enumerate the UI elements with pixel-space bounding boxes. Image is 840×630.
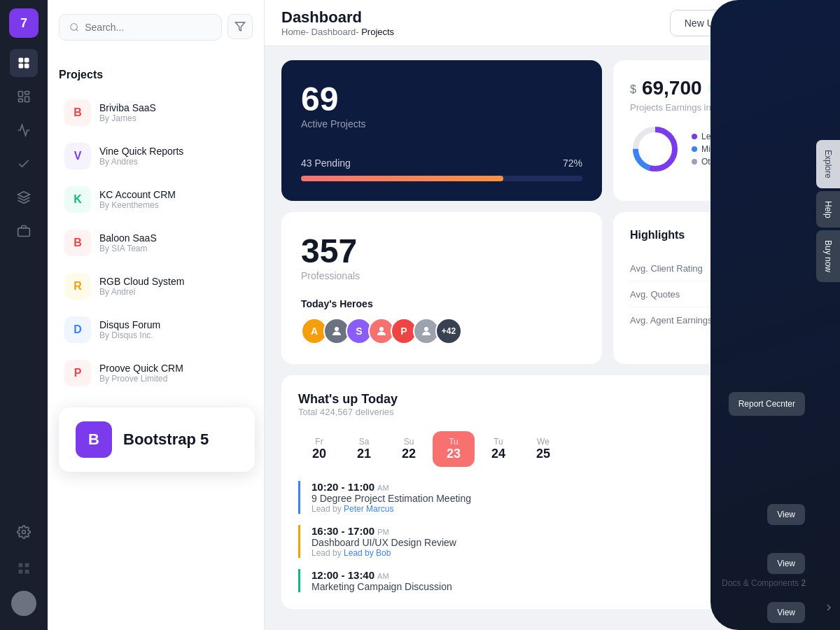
bootstrap-icon: B: [76, 421, 112, 458]
project-author: By Andrei: [99, 287, 184, 297]
heroes-more[interactable]: +42: [435, 318, 462, 344]
event-1-person[interactable]: Peter Marcus: [344, 504, 393, 514]
sidebar-item-settings[interactable]: [10, 518, 38, 546]
event-3-time: 12:00 - 13:40: [312, 569, 374, 581]
sidebar-item-grid[interactable]: [10, 49, 38, 77]
sidebar-item-dashboard[interactable]: [10, 83, 38, 111]
svg-rect-3: [24, 64, 29, 69]
breadcrumb-active: Projects: [361, 27, 394, 37]
project-author: By Keenthemes: [99, 200, 176, 210]
svg-point-15: [71, 24, 78, 31]
svg-rect-6: [25, 97, 29, 102]
svg-rect-12: [25, 564, 29, 568]
svg-rect-1: [24, 58, 29, 63]
earnings-amount: 69,700: [642, 77, 702, 99]
professionals-label: Professionals: [301, 270, 582, 281]
svg-marker-8: [18, 192, 30, 197]
buy-now-tab[interactable]: Buy now: [816, 230, 840, 282]
sidebar-nav: 7: [0, 0, 48, 630]
view-button-1[interactable]: View: [767, 504, 805, 525]
highlight-label-2: Avg. Quotes: [630, 289, 680, 300]
project-author: By Proove Limited: [99, 374, 183, 384]
active-projects-card: 69 Active Projects 43 Pending 72%: [281, 60, 602, 201]
day-wed-25[interactable]: We25: [522, 431, 564, 467]
project-item[interactable]: K KC Account CRM By Keenthemes: [59, 179, 253, 220]
day-sat-21[interactable]: Sa21: [343, 431, 385, 467]
active-projects-label: Active Projects: [301, 118, 582, 130]
professionals-card: 357 Professionals Today's Heroes A S P: [281, 212, 602, 364]
day-sun-22[interactable]: Su22: [388, 431, 430, 467]
chevron-right-icon: [823, 602, 834, 613]
heroes-title: Today's Heroes: [301, 298, 582, 309]
sidebar-item-grid2[interactable]: [10, 554, 38, 582]
avatar-person-icon: [330, 325, 343, 337]
event-2-time: 16:30 - 17:00: [312, 525, 374, 537]
sidebar-item-check[interactable]: [10, 150, 38, 178]
progress-bar: [301, 176, 582, 181]
svg-rect-14: [25, 570, 29, 574]
project-author: By SIA Team: [99, 244, 157, 253]
project-author: By Disqus Inc.: [99, 330, 160, 340]
view-button-2[interactable]: View: [767, 553, 805, 574]
svg-rect-7: [19, 99, 23, 102]
svg-point-23: [424, 327, 428, 331]
svg-rect-9: [18, 228, 30, 237]
explore-tab[interactable]: Explore: [816, 140, 840, 188]
avatar-person-icon2: [375, 325, 388, 337]
search-input[interactable]: [85, 22, 211, 33]
project-info: Vine Quick Reports By Andres: [99, 146, 183, 167]
help-tab[interactable]: Help: [816, 191, 840, 228]
event-3-ampm: AM: [377, 572, 389, 580]
projects-panel: Projects B Briviba SaaS By James V Vine …: [48, 0, 265, 630]
project-info: Proove Quick CRM By Proove Limited: [99, 363, 183, 384]
project-info: RGB Cloud System By Andrei: [99, 276, 184, 297]
highlight-label-3: Avg. Agent Earnings: [630, 315, 713, 326]
project-item[interactable]: D Disqus Forum By Disqus Inc.: [59, 309, 253, 350]
project-item[interactable]: P Proove Quick CRM By Proove Limited: [59, 353, 253, 393]
svg-rect-11: [19, 564, 23, 568]
project-item[interactable]: B Briviba SaaS By James: [59, 92, 253, 133]
professionals-count: 357: [301, 232, 582, 270]
search-icon: [69, 22, 79, 33]
progress-fill: [301, 176, 503, 181]
breadcrumb: Dashboard Home- Dashboard- Projects: [281, 8, 394, 37]
project-info: KC Account CRM By Keenthemes: [99, 189, 176, 210]
day-tue-24[interactable]: Tu24: [477, 431, 519, 467]
progress-pct: 72%: [563, 158, 582, 169]
user-avatar-number[interactable]: 7: [9, 8, 38, 38]
sidebar-item-briefcase[interactable]: [10, 217, 38, 245]
project-name: Proove Quick CRM: [99, 363, 183, 374]
sidebar-item-chart[interactable]: [10, 116, 38, 144]
project-icon: K: [64, 186, 91, 213]
project-item[interactable]: R RGB Cloud System By Andrei: [59, 266, 253, 307]
projects-list: B Briviba SaaS By James V Vine Quick Rep…: [59, 92, 253, 393]
bottom-user-avatar[interactable]: [11, 591, 36, 616]
filter-button[interactable]: [227, 14, 253, 39]
donut-chart: [630, 124, 680, 174]
bootstrap-popup: B Bootstrap 5: [59, 407, 255, 472]
project-icon: V: [64, 143, 91, 169]
report-center-button[interactable]: Report Cecnter: [729, 392, 805, 416]
svg-marker-17: [235, 22, 244, 31]
day-tue-23[interactable]: Tu23: [433, 431, 475, 467]
event-1-ampm: AM: [377, 484, 389, 492]
event-2-person[interactable]: Lead by Bob: [344, 548, 391, 558]
project-name: RGB Cloud System: [99, 276, 184, 287]
event-2-ampm: PM: [377, 528, 389, 536]
projects-title: Projects: [59, 69, 253, 81]
day-fri-20[interactable]: Fr20: [298, 431, 340, 467]
project-name: Vine Quick Reports: [99, 146, 183, 157]
view-button-3[interactable]: View: [767, 602, 805, 623]
project-author: By Andres: [99, 157, 183, 167]
active-projects-count: 69: [301, 80, 582, 118]
sidebar-item-layers[interactable]: [10, 183, 38, 211]
project-item[interactable]: B Baloon SaaS By SIA Team: [59, 223, 253, 263]
project-icon: D: [64, 316, 91, 343]
project-item[interactable]: V Vine Quick Reports By Andres: [59, 136, 253, 176]
project-info: Disqus Forum By Disqus Inc.: [99, 319, 160, 340]
svg-rect-13: [19, 570, 23, 574]
breadcrumb-path: Home- Dashboard- Projects: [281, 27, 394, 37]
leaf-dot: [692, 134, 697, 139]
project-icon: R: [64, 273, 91, 300]
pending-count: 43 Pending: [301, 158, 351, 169]
